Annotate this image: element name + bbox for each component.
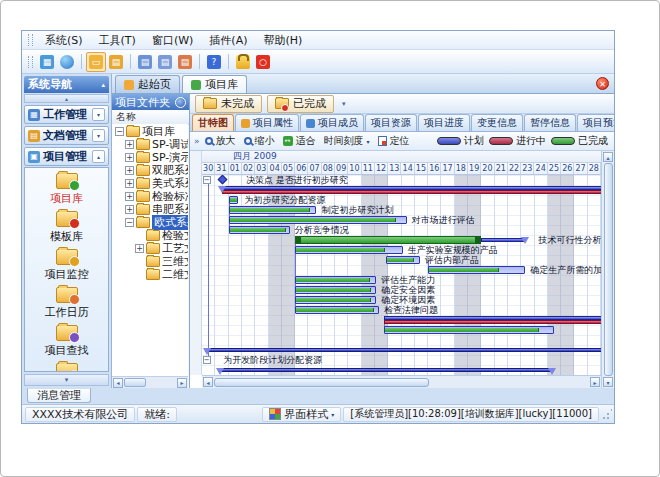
power-icon[interactable]: ○ [253,52,273,72]
folder-window-icon[interactable]: ▤ [106,52,126,72]
scroll-right-icon[interactable]: ▸ [590,377,600,387]
scroll-up-icon[interactable]: ▴ [603,152,613,162]
completed-bar[interactable] [295,236,481,244]
expand-icon[interactable]: + [135,244,144,253]
menu-item[interactable]: 插件(A) [201,32,255,49]
sidebar-item-5[interactable]: 项目查找 [25,323,108,361]
menu-item[interactable]: 工具(T) [91,32,144,49]
scroll-left-icon[interactable]: ◂ [113,378,123,388]
open-folder-icon[interactable]: ▭ [86,52,106,72]
task-label: 决策点 是否进行初步研究 [246,175,348,185]
toolbar-overflow-chevron[interactable]: » [194,136,200,146]
sidebar-scroll-down-icon[interactable]: ▾ [24,374,109,386]
menu-item[interactable]: 系统(S) [37,32,91,49]
zoom-in-button[interactable]: 放大 [202,133,239,149]
tree-hscroll-thumb[interactable] [124,378,146,387]
gantt-tab-4[interactable]: 项目资源 [365,114,417,131]
gantt-tab-3[interactable]: 项目成员 [300,114,364,131]
resize-grip[interactable] [602,408,612,420]
sidebar-item-1[interactable]: 项目库 [25,171,108,209]
filter-button-1[interactable]: 未完成 [195,95,262,113]
task-bar[interactable] [295,286,376,294]
pin-icon[interactable] [175,97,186,108]
workspace-icon[interactable]: ▦ [37,52,57,72]
report-add-icon[interactable]: ▤ [135,52,155,72]
collapse-icon[interactable]: − [203,176,211,184]
folder-icon [136,139,150,150]
fit-button[interactable]: ↔适合 [280,133,319,149]
task-bar[interactable] [229,226,290,234]
task-label: 分析竞争情况 [295,225,349,235]
task-bar[interactable] [295,276,376,284]
task-bar[interactable] [428,266,525,274]
gantt-vscroll-thumb[interactable] [604,163,613,376]
actual-bar[interactable] [384,320,601,324]
menu-item[interactable]: 窗口(W) [144,32,201,49]
expand-icon[interactable]: + [125,192,134,201]
sidebar-section-2[interactable]: ▤文档管理▾ [24,126,109,145]
scroll-right-icon[interactable]: ▸ [177,378,187,388]
milestone-diamond[interactable] [217,175,227,184]
chevron-icon[interactable]: ▾ [92,108,105,121]
task-bar[interactable] [229,196,238,204]
interface-style-button[interactable]: 界面样式 ▾ [262,407,341,422]
chevron-icon[interactable]: ▾ [92,129,105,142]
zoom-out-button[interactable]: 缩小 [241,133,278,149]
expand-icon[interactable]: + [125,153,134,162]
globe-icon[interactable] [57,52,77,72]
collapse-icon[interactable]: − [125,218,134,227]
task-progress [230,198,238,202]
collapse-icon[interactable]: − [115,127,124,136]
sidebar-section-3[interactable]: ▣项目管理▴ [24,147,109,166]
doc-tab-2[interactable]: 项目库 [182,75,247,93]
gantt-tab-7[interactable]: 暂停信息 [524,114,576,131]
sidebar-item-2[interactable]: 模板库 [25,209,108,247]
expand-icon[interactable]: + [125,205,134,214]
task-bar[interactable] [295,296,376,304]
report-edit-icon[interactable]: ▤ [155,52,175,72]
sidebar-item-4[interactable]: 工作日历 [25,285,108,323]
filter-more-chevron-icon[interactable]: ▾ [339,100,349,108]
menu-item[interactable]: 帮助(H) [255,32,310,49]
scroll-down-icon[interactable]: ▾ [603,377,613,387]
scroll-left-icon[interactable]: ◂ [203,377,213,387]
expand-icon[interactable]: + [125,179,134,188]
gantt-tab-5[interactable]: 项目进度 [418,114,470,131]
summary-bar[interactable] [218,368,554,372]
time-scale-button[interactable]: 时间刻度▾ [321,133,373,149]
task-bar[interactable] [384,326,554,334]
gantt-hscrollbar[interactable]: ◂ ▸ [202,375,601,388]
task-bar[interactable] [386,256,421,264]
gantt-vscrollbar[interactable]: ▴ ▾ [601,151,614,388]
help-icon[interactable]: ? [204,52,224,72]
locate-button[interactable]: 定位 [375,133,413,149]
gantt-hscroll-thumb[interactable] [214,378,429,387]
sidebar-item-6[interactable]: 任务查找 [25,361,108,372]
task-bar[interactable] [295,306,379,314]
sidebar-menu-icon[interactable]: ▴ [101,81,105,89]
tree-hscrollbar[interactable]: ◂ ▸ [112,376,188,388]
gantt-tab-1[interactable]: 甘特图 [192,114,234,131]
sidebar-section-1[interactable]: ▦工作管理▾ [24,105,109,124]
message-management-tab[interactable]: 消息管理 [27,388,91,403]
tree-node[interactable]: 二维文件 [112,268,188,281]
gantt-tab-2[interactable]: 项目属性 [235,114,299,131]
lock-icon[interactable] [233,52,253,72]
sidebar-collapse-strip[interactable]: ▴ [24,94,109,103]
task-bar[interactable] [229,216,407,224]
task-bar[interactable] [295,246,403,254]
chevron-icon[interactable]: ▴ [92,150,105,163]
sidebar-item-3[interactable]: 项目监控 [25,247,108,285]
actual-bar[interactable] [222,190,601,194]
gantt-tab-8[interactable]: 项目预算 [577,114,615,131]
report-flag-icon[interactable]: ▤ [175,52,195,72]
close-tab-icon[interactable]: ✕ [596,77,609,90]
expand-icon[interactable]: + [125,166,134,175]
doc-tab-1[interactable]: 起始页 [115,75,180,93]
filter-button-2[interactable]: 已完成 [267,95,334,113]
task-bar[interactable] [229,206,317,214]
collapse-icon[interactable]: − [203,356,211,364]
expand-icon[interactable]: + [125,140,134,149]
gantt-tab-6[interactable]: 变更信息 [471,114,523,131]
summary-bar[interactable] [205,348,601,352]
